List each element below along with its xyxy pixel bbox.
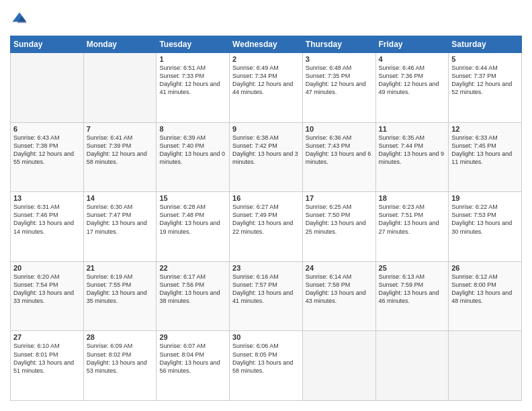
day-info: Sunrise: 6:27 AMSunset: 7:49 PMDaylight:…: [232, 203, 300, 236]
calendar-cell: 17Sunrise: 6:25 AMSunset: 7:50 PMDayligh…: [302, 192, 375, 262]
calendar-cell: 19Sunrise: 6:22 AMSunset: 7:53 PMDayligh…: [449, 192, 522, 262]
calendar-header-thursday: Thursday: [302, 36, 375, 53]
day-number: 26: [451, 264, 519, 272]
calendar-cell: 3Sunrise: 6:48 AMSunset: 7:35 PMDaylight…: [302, 53, 375, 123]
day-info: Sunrise: 6:28 AMSunset: 7:48 PMDaylight:…: [159, 203, 226, 236]
day-info: Sunrise: 6:20 AMSunset: 7:54 PMDaylight:…: [13, 273, 81, 306]
calendar-week-row: 1Sunrise: 6:51 AMSunset: 7:33 PMDaylight…: [11, 53, 522, 123]
calendar-cell: 1Sunrise: 6:51 AMSunset: 7:33 PMDaylight…: [157, 53, 230, 123]
day-info: Sunrise: 6:17 AMSunset: 7:56 PMDaylight:…: [159, 273, 226, 306]
day-info: Sunrise: 6:46 AMSunset: 7:36 PMDaylight:…: [379, 64, 446, 97]
calendar-cell: [302, 331, 375, 401]
calendar-cell: 5Sunrise: 6:44 AMSunset: 7:37 PMDaylight…: [449, 53, 522, 123]
calendar-cell: 16Sunrise: 6:27 AMSunset: 7:49 PMDayligh…: [230, 192, 303, 262]
day-number: 18: [379, 194, 446, 202]
day-number: 27: [13, 333, 81, 341]
calendar-cell: 26Sunrise: 6:12 AMSunset: 8:00 PMDayligh…: [449, 261, 522, 331]
day-number: 12: [451, 125, 519, 133]
day-number: 4: [379, 55, 446, 63]
day-number: 25: [379, 264, 446, 272]
day-info: Sunrise: 6:13 AMSunset: 7:59 PMDaylight:…: [379, 273, 446, 306]
day-number: 1: [159, 55, 226, 63]
day-number: 21: [87, 264, 154, 272]
calendar-header-monday: Monday: [83, 36, 157, 53]
calendar-cell: 30Sunrise: 6:06 AMSunset: 8:05 PMDayligh…: [230, 331, 303, 401]
day-info: Sunrise: 6:30 AMSunset: 7:47 PMDaylight:…: [87, 203, 154, 236]
day-info: Sunrise: 6:31 AMSunset: 7:46 PMDaylight:…: [13, 203, 81, 236]
calendar-cell: 4Sunrise: 6:46 AMSunset: 7:36 PMDaylight…: [375, 53, 449, 123]
day-number: 24: [306, 264, 373, 272]
day-info: Sunrise: 6:41 AMSunset: 7:39 PMDaylight:…: [87, 134, 154, 167]
day-number: 29: [159, 333, 226, 341]
day-number: 9: [232, 125, 300, 133]
day-info: Sunrise: 6:23 AMSunset: 7:51 PMDaylight:…: [379, 203, 446, 236]
day-info: Sunrise: 6:35 AMSunset: 7:44 PMDaylight:…: [379, 134, 446, 167]
calendar-cell: 28Sunrise: 6:09 AMSunset: 8:02 PMDayligh…: [83, 331, 157, 401]
day-info: Sunrise: 6:25 AMSunset: 7:50 PMDaylight:…: [306, 203, 373, 236]
day-number: 22: [159, 264, 226, 272]
day-number: 6: [13, 125, 81, 133]
day-number: 13: [13, 194, 81, 202]
calendar-cell: 7Sunrise: 6:41 AMSunset: 7:39 PMDaylight…: [83, 122, 157, 192]
logo: [10, 10, 32, 29]
day-info: Sunrise: 6:36 AMSunset: 7:43 PMDaylight:…: [306, 134, 373, 167]
day-info: Sunrise: 6:14 AMSunset: 7:58 PMDaylight:…: [306, 273, 373, 306]
day-info: Sunrise: 6:10 AMSunset: 8:01 PMDaylight:…: [13, 342, 81, 375]
calendar-cell: 13Sunrise: 6:31 AMSunset: 7:46 PMDayligh…: [11, 192, 84, 262]
day-info: Sunrise: 6:09 AMSunset: 8:02 PMDaylight:…: [87, 342, 154, 375]
day-number: 15: [159, 194, 226, 202]
page: SundayMondayTuesdayWednesdayThursdayFrid…: [0, 0, 532, 411]
calendar-cell: 9Sunrise: 6:38 AMSunset: 7:42 PMDaylight…: [230, 122, 303, 192]
calendar-cell: 24Sunrise: 6:14 AMSunset: 7:58 PMDayligh…: [302, 261, 375, 331]
day-number: 3: [306, 55, 373, 63]
day-number: 8: [159, 125, 226, 133]
header: [10, 10, 522, 29]
day-number: 2: [232, 55, 300, 63]
calendar-cell: 23Sunrise: 6:16 AMSunset: 7:57 PMDayligh…: [230, 261, 303, 331]
calendar-cell: 22Sunrise: 6:17 AMSunset: 7:56 PMDayligh…: [157, 261, 230, 331]
calendar-header-row: SundayMondayTuesdayWednesdayThursdayFrid…: [11, 36, 522, 53]
calendar-cell: 8Sunrise: 6:39 AMSunset: 7:40 PMDaylight…: [157, 122, 230, 192]
calendar-cell: [83, 53, 157, 123]
day-info: Sunrise: 6:44 AMSunset: 7:37 PMDaylight:…: [451, 64, 519, 97]
calendar-header-wednesday: Wednesday: [230, 36, 303, 53]
calendar-cell: 20Sunrise: 6:20 AMSunset: 7:54 PMDayligh…: [11, 261, 84, 331]
day-number: 5: [451, 55, 519, 63]
calendar-cell: 25Sunrise: 6:13 AMSunset: 7:59 PMDayligh…: [375, 261, 449, 331]
calendar-header-sunday: Sunday: [11, 36, 84, 53]
calendar-cell: 18Sunrise: 6:23 AMSunset: 7:51 PMDayligh…: [375, 192, 449, 262]
calendar-cell: 15Sunrise: 6:28 AMSunset: 7:48 PMDayligh…: [157, 192, 230, 262]
day-info: Sunrise: 6:39 AMSunset: 7:40 PMDaylight:…: [159, 134, 226, 167]
calendar-cell: 11Sunrise: 6:35 AMSunset: 7:44 PMDayligh…: [375, 122, 449, 192]
day-info: Sunrise: 6:19 AMSunset: 7:55 PMDaylight:…: [87, 273, 154, 306]
calendar-cell: 21Sunrise: 6:19 AMSunset: 7:55 PMDayligh…: [83, 261, 157, 331]
calendar-header-saturday: Saturday: [449, 36, 522, 53]
day-info: Sunrise: 6:48 AMSunset: 7:35 PMDaylight:…: [306, 64, 373, 97]
calendar-cell: [11, 53, 84, 123]
day-info: Sunrise: 6:33 AMSunset: 7:45 PMDaylight:…: [451, 134, 519, 167]
day-number: 16: [232, 194, 300, 202]
day-info: Sunrise: 6:43 AMSunset: 7:38 PMDaylight:…: [13, 134, 81, 167]
calendar-table: SundayMondayTuesdayWednesdayThursdayFrid…: [10, 36, 522, 401]
day-number: 17: [306, 194, 373, 202]
calendar-header-friday: Friday: [375, 36, 449, 53]
calendar-cell: 2Sunrise: 6:49 AMSunset: 7:34 PMDaylight…: [230, 53, 303, 123]
day-info: Sunrise: 6:06 AMSunset: 8:05 PMDaylight:…: [232, 342, 300, 375]
day-number: 11: [379, 125, 446, 133]
calendar-header-tuesday: Tuesday: [157, 36, 230, 53]
calendar-cell: [375, 331, 449, 401]
calendar-cell: 29Sunrise: 6:07 AMSunset: 8:04 PMDayligh…: [157, 331, 230, 401]
calendar-week-row: 6Sunrise: 6:43 AMSunset: 7:38 PMDaylight…: [11, 122, 522, 192]
day-number: 28: [87, 333, 154, 341]
day-info: Sunrise: 6:12 AMSunset: 8:00 PMDaylight:…: [451, 273, 519, 306]
day-number: 30: [232, 333, 300, 341]
calendar-week-row: 27Sunrise: 6:10 AMSunset: 8:01 PMDayligh…: [11, 331, 522, 401]
day-number: 23: [232, 264, 300, 272]
calendar-week-row: 20Sunrise: 6:20 AMSunset: 7:54 PMDayligh…: [11, 261, 522, 331]
day-number: 20: [13, 264, 81, 272]
logo-icon: [10, 10, 29, 29]
calendar-cell: 14Sunrise: 6:30 AMSunset: 7:47 PMDayligh…: [83, 192, 157, 262]
calendar-cell: 12Sunrise: 6:33 AMSunset: 7:45 PMDayligh…: [449, 122, 522, 192]
day-number: 10: [306, 125, 373, 133]
day-number: 19: [451, 194, 519, 202]
